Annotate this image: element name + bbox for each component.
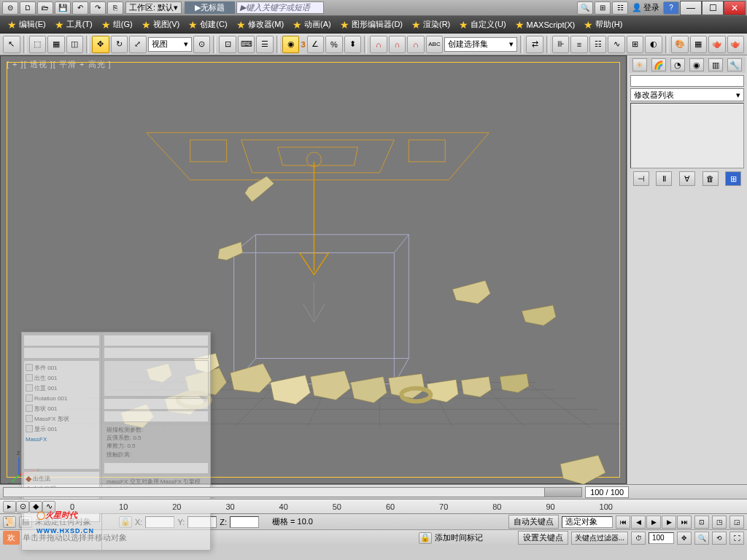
addtime-label[interactable]: 添加时间标记 bbox=[435, 532, 483, 543]
scale-icon[interactable]: ⤢ bbox=[129, 36, 147, 53]
menu-edit[interactable]: ★编辑(E) bbox=[3, 17, 50, 33]
magnet3-icon[interactable]: ∩ bbox=[407, 36, 425, 53]
menu-help[interactable]: ★帮助(H) bbox=[579, 17, 627, 33]
keymode-dropdown[interactable]: 选定对象 bbox=[562, 516, 613, 528]
tab-display-icon[interactable]: ▥ bbox=[708, 58, 723, 71]
render-frame-icon[interactable]: ▦ bbox=[690, 36, 708, 53]
new-icon[interactable]: 🗋 bbox=[20, 1, 36, 15]
open-icon[interactable]: 🗁 bbox=[37, 1, 53, 15]
refcoord-dropdown[interactable]: 视图▾ bbox=[148, 37, 192, 52]
remove-mod-icon[interactable]: 🗑 bbox=[703, 171, 719, 186]
rotate-icon[interactable]: ↻ bbox=[111, 36, 128, 53]
select-region-icon[interactable]: ◫ bbox=[66, 36, 84, 53]
select-rect-icon[interactable]: ⬚ bbox=[29, 36, 47, 53]
autokey-button[interactable]: 自动关键点 bbox=[508, 515, 559, 529]
align-icon[interactable]: ⊪ bbox=[552, 36, 570, 53]
minimize-button[interactable]: — bbox=[680, 1, 702, 15]
schematic-icon[interactable]: ⊞ bbox=[627, 36, 644, 53]
move-icon[interactable]: ✥ bbox=[92, 36, 109, 53]
menu-grapheditors[interactable]: ★图形编辑器(D) bbox=[336, 17, 407, 33]
menu-modifiers[interactable]: ★修改器(M) bbox=[232, 17, 289, 33]
app-icon[interactable]: ⊝ bbox=[2, 1, 18, 15]
scene-explorer-icon[interactable]: ☷ bbox=[589, 36, 607, 53]
menu-create[interactable]: ★创建(C) bbox=[184, 17, 231, 33]
time-tag-icon[interactable]: 🔒 bbox=[419, 532, 432, 544]
tab-create-icon[interactable]: ✳ bbox=[632, 58, 647, 71]
xview-icon[interactable]: ◳ bbox=[712, 516, 727, 529]
menu-customize[interactable]: ★自定义(U) bbox=[454, 17, 510, 33]
next-frame-icon[interactable]: ▶ bbox=[662, 516, 676, 529]
modifier-list-dropdown[interactable]: 修改器列表▾ bbox=[630, 88, 744, 101]
prev-frame-icon[interactable]: ◀ bbox=[631, 516, 646, 529]
nav-pan-icon[interactable]: ✥ bbox=[677, 532, 692, 545]
menu-maxscript[interactable]: ★MAXScript(X) bbox=[511, 17, 580, 33]
menu-animation[interactable]: ★动画(A) bbox=[288, 17, 336, 33]
login-button[interactable]: 👤 登录 bbox=[632, 2, 659, 13]
binoculars-icon[interactable]: 🔍 bbox=[577, 1, 593, 15]
spinner-snap-icon[interactable]: ⬍ bbox=[344, 36, 362, 53]
play-icon[interactable]: ▶ bbox=[646, 516, 661, 529]
nav-max-icon[interactable]: ⛶ bbox=[729, 532, 744, 545]
unique-icon[interactable]: ∀ bbox=[679, 171, 695, 186]
script-mini-icon[interactable]: 📜 bbox=[3, 516, 16, 528]
snap-toggle-icon[interactable]: ◉ bbox=[282, 36, 300, 53]
modifier-stack[interactable] bbox=[630, 103, 744, 168]
setkey-button[interactable]: 设置关键点 bbox=[518, 531, 568, 545]
trackbar-menu-icon[interactable]: ▸ bbox=[3, 501, 16, 513]
render-setup-icon[interactable]: 🎨 bbox=[671, 36, 689, 53]
select-icon[interactable]: ↖ bbox=[3, 36, 20, 53]
nav-orbit-icon[interactable]: ⟲ bbox=[712, 532, 727, 545]
help-icon[interactable]: ? bbox=[663, 1, 679, 15]
select-manip-icon[interactable]: ⊡ bbox=[219, 36, 236, 53]
z-field[interactable] bbox=[230, 516, 259, 528]
current-frame-field[interactable]: 100 bbox=[649, 532, 674, 544]
render-prod-icon[interactable]: 🫖 bbox=[727, 36, 745, 53]
configure-icon[interactable]: ⊞ bbox=[725, 171, 741, 186]
tab-utilities-icon[interactable]: 🔧 bbox=[727, 58, 742, 71]
trackbar[interactable]: ▸ ⊙ ◆ ∿ 0102030405060708090100 bbox=[0, 499, 747, 513]
link-icon[interactable]: ⎘ bbox=[107, 1, 123, 15]
script-icon[interactable]: ☷ bbox=[612, 1, 628, 15]
workspace-selector[interactable]: 工作区: 默认 ▾ bbox=[125, 1, 182, 14]
mirror-icon[interactable]: ⇄ bbox=[526, 36, 543, 53]
undo-icon[interactable]: ↶ bbox=[72, 1, 88, 15]
tab-motion-icon[interactable]: ◉ bbox=[689, 58, 704, 71]
isolate-icon[interactable]: ⊡ bbox=[694, 516, 709, 529]
timeconfig-icon[interactable]: ⏱ bbox=[631, 532, 646, 545]
abc-icon[interactable]: ABC bbox=[426, 36, 444, 53]
timeline-slider[interactable]: 100 / 100 bbox=[0, 484, 747, 499]
magnet-icon[interactable]: ∩ bbox=[370, 36, 387, 53]
curve-editor-icon[interactable]: ∿ bbox=[608, 36, 625, 53]
menu-tools[interactable]: ★工具(T) bbox=[50, 17, 97, 33]
pin-stack-icon[interactable]: ⊣ bbox=[633, 171, 649, 186]
magnet2-icon[interactable]: ∩ bbox=[389, 36, 406, 53]
selset-dropdown[interactable]: 创建选择集▾ bbox=[444, 37, 517, 52]
show-result-icon[interactable]: Ⅱ bbox=[656, 171, 672, 186]
keyfilter-button[interactable]: 关键点过滤器... bbox=[571, 532, 628, 545]
object-name-field[interactable] bbox=[630, 75, 744, 87]
nav-zoom-icon[interactable]: 🔍 bbox=[694, 532, 709, 545]
toolbox-icon[interactable]: ⊞ bbox=[595, 1, 611, 15]
viewport[interactable]: [ + ][ 透视 ][ 平滑 + 高光 ] bbox=[0, 55, 627, 484]
named-icon[interactable]: ☰ bbox=[256, 36, 274, 53]
menu-view[interactable]: ★视图(V) bbox=[137, 17, 185, 33]
goto-start-icon[interactable]: ⏮ bbox=[616, 516, 630, 529]
tab-hierarchy-icon[interactable]: ◔ bbox=[670, 58, 685, 71]
xview2-icon[interactable]: ◲ bbox=[729, 516, 744, 529]
render-icon[interactable]: 🫖 bbox=[708, 36, 726, 53]
percent-snap-icon[interactable]: % bbox=[325, 36, 343, 53]
save-icon[interactable]: 💾 bbox=[55, 1, 71, 15]
redo-icon[interactable]: ↷ bbox=[90, 1, 106, 15]
trackbar-filter-icon[interactable]: ⊙ bbox=[16, 501, 29, 513]
maximize-button[interactable]: ☐ bbox=[702, 1, 724, 15]
menu-render[interactable]: ★渲染(R) bbox=[407, 17, 454, 33]
time-scrollbar[interactable] bbox=[3, 487, 582, 497]
select-name-icon[interactable]: ▦ bbox=[47, 36, 65, 53]
search-input[interactable]: ▶ 键入关键字或短语 bbox=[236, 1, 324, 14]
keyboard-icon[interactable]: ⌨ bbox=[238, 36, 255, 53]
layers-icon[interactable]: ≡ bbox=[570, 36, 588, 53]
tab-modify-icon[interactable]: 🌈 bbox=[651, 58, 666, 71]
close-button[interactable]: ✕ bbox=[724, 1, 746, 15]
goto-end-icon[interactable]: ⏭ bbox=[677, 516, 692, 529]
angle-snap-icon[interactable]: ∠ bbox=[307, 36, 325, 53]
